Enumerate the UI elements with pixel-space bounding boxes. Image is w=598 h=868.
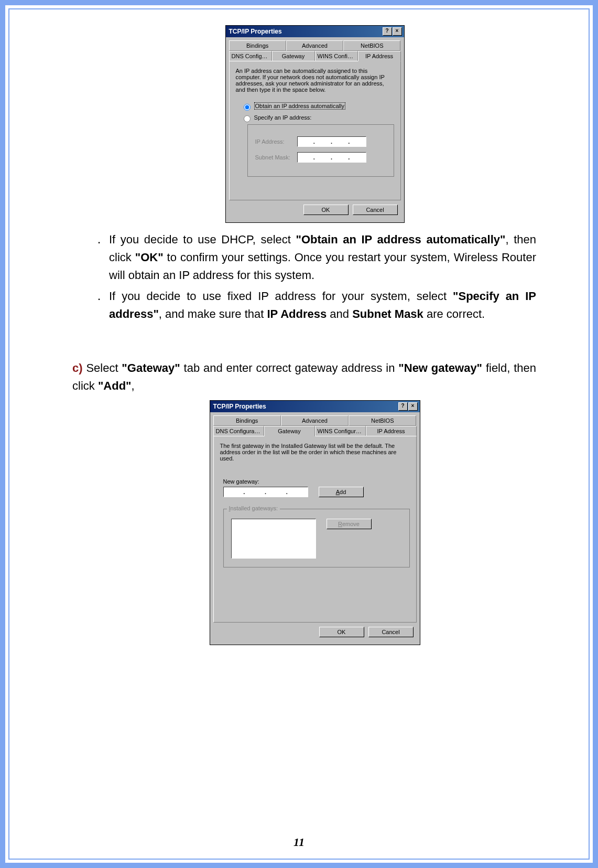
radio-obtain-auto-input[interactable] <box>244 104 251 111</box>
ipaddress-description: An IP address can be automatically assig… <box>236 68 394 93</box>
installed-gateways-list[interactable] <box>231 519 316 559</box>
window-title: TCP/IP Properties <box>228 28 282 35</box>
radio-specify[interactable]: Specify an IP address: <box>241 114 394 122</box>
button-bar: OK Cancel <box>213 623 417 641</box>
step-c-t2: tab and enter correct gateway address in <box>180 361 399 374</box>
step-c-b1: "Gateway" <box>122 361 180 374</box>
tab-gateway[interactable]: Gateway <box>272 51 315 61</box>
tab-netbios[interactable]: NetBIOS <box>349 415 416 426</box>
ip-address-row: IP Address: ... <box>255 136 386 147</box>
b2-text-4: are correct. <box>423 307 485 320</box>
b2-bold-3: Subnet Mask <box>352 307 423 320</box>
b2-text-3: and <box>327 307 352 320</box>
ok-button[interactable]: OK <box>303 205 349 215</box>
add-button[interactable]: Add <box>319 487 364 497</box>
b1-text-3: to confirm your settings. Once you resta… <box>109 251 536 282</box>
tab-bindings[interactable]: Bindings <box>229 40 286 51</box>
tab-wins-configuration[interactable]: WINS Configuration <box>315 51 358 61</box>
ip-address-field[interactable]: ... <box>297 136 366 147</box>
specify-group: IP Address: ... Subnet Mask: ... <box>247 124 394 177</box>
titlebar: TCP/IP Properties ? × <box>210 401 420 412</box>
bullet-2: ． If you decide to use fixed IP address … <box>93 287 536 323</box>
ok-button[interactable]: OK <box>319 627 364 637</box>
cancel-button[interactable]: Cancel <box>368 627 414 637</box>
step-c-paragraph <box>57 341 541 359</box>
help-icon[interactable]: ? <box>383 27 392 36</box>
tab-dns-configuration[interactable]: DNS Configuration <box>229 51 272 61</box>
tab-netbios[interactable]: NetBIOS <box>343 40 400 51</box>
page-frame-outer: TCP/IP Properties ? × Bindings Advanced … <box>0 0 598 868</box>
bullet-marker: ． <box>93 231 109 284</box>
tcpip-dialog-ipaddress: TCP/IP Properties ? × Bindings Advanced … <box>225 25 405 223</box>
subnet-mask-row: Subnet Mask: ... <box>255 152 386 163</box>
radio-specify-input[interactable] <box>244 115 251 122</box>
bullet-1: ． If you decide to use DHCP, select "Obt… <box>93 231 536 284</box>
subnet-mask-field[interactable]: ... <box>297 152 366 163</box>
titlebar: TCP/IP Properties ? × <box>226 26 404 37</box>
dialog-client: Bindings Advanced NetBIOS DNS Configurat… <box>210 412 420 645</box>
tab-ip-address[interactable]: IP Address <box>358 51 401 61</box>
step-c-t1: Select <box>83 361 122 374</box>
step-c-b3: "Add" <box>98 379 132 392</box>
b2-text-1: If you decide to use fixed IP address fo… <box>109 290 453 303</box>
tab-body-gateway: The first gateway in the Installed Gatew… <box>213 436 417 623</box>
cancel-button[interactable]: Cancel <box>353 205 398 215</box>
tab-ip-address[interactable]: IP Address <box>366 426 417 436</box>
b1-bold-1: "Obtain an IP address automatically" <box>296 233 506 246</box>
bullet-list: ． If you decide to use DHCP, select "Obt… <box>93 231 536 323</box>
tab-body-ipaddress: An IP address can be automatically assig… <box>229 61 401 200</box>
tab-gateway[interactable]: Gateway <box>264 426 315 436</box>
ip-address-label: IP Address: <box>255 138 297 145</box>
installed-gateways-label: Installed gateways: <box>227 505 280 511</box>
window-title: TCP/IP Properties <box>212 403 266 410</box>
page-frame-inner: TCP/IP Properties ? × Bindings Advanced … <box>8 8 590 860</box>
tab-strip: Bindings Advanced NetBIOS DNS Configurat… <box>213 415 417 436</box>
tab-advanced[interactable]: Advanced <box>281 415 349 426</box>
tab-strip: Bindings Advanced NetBIOS DNS Configurat… <box>229 40 401 61</box>
tab-advanced[interactable]: Advanced <box>286 40 343 51</box>
gateway-description: The first gateway in the Installed Gatew… <box>220 443 410 462</box>
new-gateway-label: New gateway: <box>223 478 410 485</box>
step-c-b2: "New gateway" <box>398 361 482 374</box>
radio-specify-label: Specify an IP address: <box>254 114 312 121</box>
b1-bold-2: "OK" <box>135 251 164 264</box>
tab-dns-configuration[interactable]: DNS Configuration <box>213 426 264 436</box>
remove-button[interactable]: Remove <box>327 519 372 529</box>
content-column: TCP/IP Properties ? × Bindings Advanced … <box>93 25 536 645</box>
close-icon[interactable]: × <box>408 402 418 411</box>
tcpip-dialog-gateway: TCP/IP Properties ? × Bindings Advanced … <box>210 400 420 645</box>
radio-obtain-auto-label: Obtain an IP address automatically <box>254 102 345 110</box>
help-icon[interactable]: ? <box>398 402 408 411</box>
new-gateway-field[interactable]: ... <box>223 487 308 497</box>
button-bar: OK Cancel <box>229 200 401 219</box>
b2-bold-2: IP Address <box>267 307 327 320</box>
step-c-t4: , <box>132 379 135 392</box>
tab-wins-configuration[interactable]: WINS Configuration <box>315 426 366 436</box>
step-c-label: c) <box>72 361 83 374</box>
b2-text-2: , and make sure that <box>159 307 267 320</box>
step-c-paragraph: c) Select "Gateway" tab and enter correc… <box>72 359 536 395</box>
add-label-rest: dd <box>340 489 346 495</box>
subnet-mask-label: Subnet Mask: <box>255 154 297 160</box>
b1-text-1: If you decide to use DHCP, select <box>109 233 296 246</box>
radio-obtain-auto[interactable]: Obtain an IP address automatically <box>241 102 394 111</box>
tab-bindings[interactable]: Bindings <box>213 415 281 426</box>
close-icon[interactable]: × <box>393 27 402 36</box>
installed-gateways-group: Installed gateways: Remove <box>223 509 410 567</box>
page-number: 11 <box>9 835 589 849</box>
bullet-marker: ． <box>93 287 109 323</box>
dialog-client: Bindings Advanced NetBIOS DNS Configurat… <box>226 37 404 222</box>
